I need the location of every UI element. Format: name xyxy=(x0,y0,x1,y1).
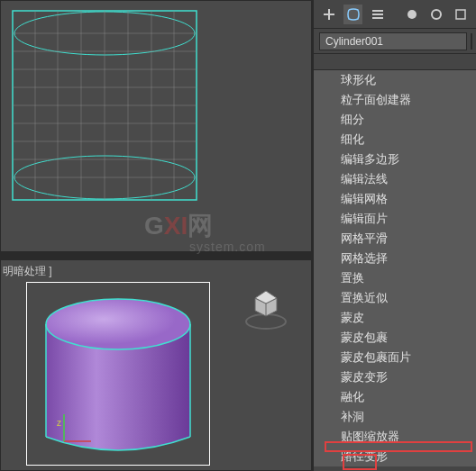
viewport-top[interactable] xyxy=(0,0,312,252)
modifier-item[interactable]: 细化 xyxy=(314,130,476,149)
modifier-item[interactable]: 路径变形 xyxy=(314,447,476,466)
svg-point-29 xyxy=(432,10,441,19)
modifier-item[interactable]: 蒙皮 xyxy=(314,308,476,328)
shading-mode-label[interactable]: 明暗处理 ] xyxy=(3,264,52,279)
modifier-item[interactable]: 编辑面片 xyxy=(314,209,476,229)
viewport-perspective[interactable]: 明暗处理 ] xyxy=(0,259,312,471)
modifier-item[interactable]: 编辑网格 xyxy=(314,189,476,209)
svg-point-28 xyxy=(407,10,416,19)
modifier-item[interactable]: 蒙皮包裹 xyxy=(314,328,476,348)
wireframe-grid xyxy=(12,10,197,201)
modifier-item[interactable]: 置换近似 xyxy=(314,288,476,308)
modifier-item[interactable]: 网格选择 xyxy=(314,249,476,268)
modifier-item[interactable]: 编辑法线 xyxy=(314,169,476,189)
modifier-item[interactable]: 编辑多边形 xyxy=(314,149,476,169)
modifier-item[interactable]: 置换 xyxy=(314,268,476,288)
svg-rect-25 xyxy=(372,10,383,12)
display-tab-icon[interactable] xyxy=(427,5,446,24)
modifier-item[interactable]: 蒙皮包裹面片 xyxy=(314,348,476,367)
viewports-area: 明暗处理 ] xyxy=(0,0,312,471)
modifier-item[interactable]: 蒙皮变形 xyxy=(314,367,476,387)
modifier-item[interactable]: 融化 xyxy=(314,387,476,407)
viewport-divider[interactable] xyxy=(0,252,312,259)
object-color-swatch[interactable] xyxy=(471,33,472,50)
modify-tab-icon[interactable] xyxy=(343,5,362,24)
cylinder-object[interactable]: z xyxy=(28,284,208,464)
modifier-item[interactable]: 补洞 xyxy=(314,407,476,427)
object-name-row xyxy=(314,29,476,54)
utilities-tab-icon[interactable] xyxy=(452,5,471,24)
modifier-item[interactable]: 球形化 xyxy=(314,70,476,90)
command-panel: 球形化 粒子面创建器 细分 细化 编辑多边形 编辑法线 编辑网格 编辑面片 网格… xyxy=(312,0,476,471)
modifier-item[interactable]: 细分 xyxy=(314,110,476,130)
modifier-dropdown-list[interactable]: 球形化 粒子面创建器 细分 细化 编辑多边形 编辑法线 编辑网格 编辑面片 网格… xyxy=(314,70,476,466)
motion-tab-icon[interactable] xyxy=(403,5,422,24)
hierarchy-tab-icon[interactable] xyxy=(368,5,387,24)
viewcube[interactable] xyxy=(239,278,293,332)
svg-text:z: z xyxy=(57,418,61,428)
svg-rect-26 xyxy=(372,14,383,15)
svg-rect-27 xyxy=(372,17,383,19)
svg-rect-30 xyxy=(456,10,465,19)
modifier-item[interactable]: 粒子面创建器 xyxy=(314,90,476,110)
modifier-item[interactable]: 贴图缩放器 xyxy=(314,427,476,447)
panel-tabs xyxy=(314,0,476,29)
modifier-item[interactable]: 网格平滑 xyxy=(314,229,476,249)
object-name-input[interactable] xyxy=(319,32,467,50)
create-tab-icon[interactable] xyxy=(319,5,338,24)
modifier-list-header[interactable] xyxy=(314,54,476,70)
